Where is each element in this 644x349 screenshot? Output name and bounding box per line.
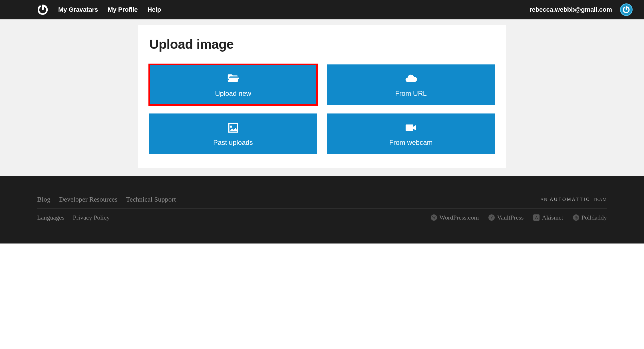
vaultpress-icon: V xyxy=(488,214,495,221)
wordpress-icon: W xyxy=(431,214,437,221)
footer-row-primary: Blog Developer Resources Technical Suppo… xyxy=(37,190,607,209)
image-icon xyxy=(225,121,242,135)
footer-tagline: AN AUTOMATTIC TEAM xyxy=(540,197,607,202)
automattic-wordmark: AUTOMATTIC xyxy=(550,197,591,202)
option-past-uploads[interactable]: Past uploads xyxy=(149,113,317,154)
polldaddy-icon: ◎ xyxy=(573,214,579,221)
footer-link-developer-resources[interactable]: Developer Resources xyxy=(59,196,118,203)
product-label: VaultPress xyxy=(497,214,524,221)
footer-link-blog[interactable]: Blog xyxy=(37,196,51,203)
gravatar-avatar-icon xyxy=(623,6,630,13)
cloud-icon xyxy=(403,72,419,86)
product-label: Akismet xyxy=(542,214,563,221)
topbar: My Gravatars My Profile Help rebecca.web… xyxy=(0,0,644,19)
topbar-right: rebecca.webbb@gmail.com xyxy=(530,3,633,16)
footer-row-secondary: Languages Privacy Policy W WordPress.com… xyxy=(37,209,607,226)
product-link-vaultpress[interactable]: V VaultPress xyxy=(488,214,524,221)
footer-link-technical-support[interactable]: Technical Support xyxy=(126,196,176,203)
tagline-suffix: TEAM xyxy=(593,197,607,202)
nav-help[interactable]: Help xyxy=(148,6,161,13)
nav-my-profile[interactable]: My Profile xyxy=(108,6,138,13)
avatar-button[interactable] xyxy=(620,3,633,16)
footer-links-secondary: Languages Privacy Policy xyxy=(37,214,110,221)
folder-open-icon xyxy=(225,72,242,86)
option-label: Past uploads xyxy=(213,139,253,147)
footer-link-privacy-policy[interactable]: Privacy Policy xyxy=(73,214,110,221)
product-label: Polldaddy xyxy=(581,214,607,221)
option-label: From webcam xyxy=(389,139,432,147)
footer-product-links: W WordPress.com V VaultPress A Akismet ◎… xyxy=(431,214,607,221)
upload-options-grid: Upload new From URL Past uploads From we… xyxy=(149,64,495,154)
product-label: WordPress.com xyxy=(439,214,479,221)
page-title: Upload image xyxy=(149,36,495,52)
main-panel: Upload image Upload new From URL Past up… xyxy=(138,25,506,168)
option-label: From URL xyxy=(395,90,427,98)
option-from-url[interactable]: From URL xyxy=(327,64,495,105)
video-camera-icon xyxy=(403,121,419,135)
gravatar-logo-icon[interactable] xyxy=(37,4,49,15)
product-link-akismet[interactable]: A Akismet xyxy=(533,214,563,221)
footer-links-primary: Blog Developer Resources Technical Suppo… xyxy=(37,196,176,203)
nav-my-gravatars[interactable]: My Gravatars xyxy=(58,6,98,13)
product-link-wordpress[interactable]: W WordPress.com xyxy=(431,214,479,221)
blank-area xyxy=(0,244,644,349)
tagline-prefix: AN xyxy=(540,197,548,202)
akismet-icon: A xyxy=(533,214,540,221)
option-label: Upload new xyxy=(215,90,251,98)
option-upload-new[interactable]: Upload new xyxy=(149,64,317,105)
option-from-webcam[interactable]: From webcam xyxy=(327,113,495,154)
product-link-polldaddy[interactable]: ◎ Polldaddy xyxy=(573,214,607,221)
footer-link-languages[interactable]: Languages xyxy=(37,214,64,221)
footer: Blog Developer Resources Technical Suppo… xyxy=(0,176,644,244)
user-email[interactable]: rebecca.webbb@gmail.com xyxy=(530,6,612,13)
topbar-left: My Gravatars My Profile Help xyxy=(37,4,161,15)
